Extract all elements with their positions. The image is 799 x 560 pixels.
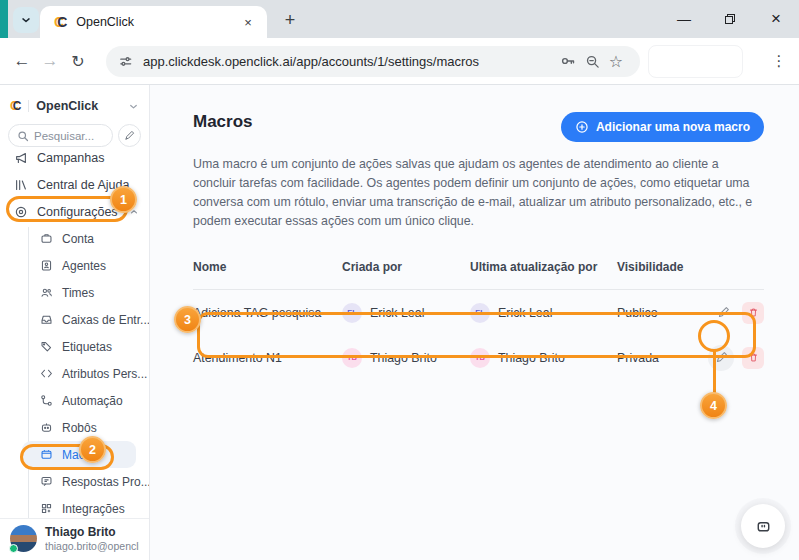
browser-tab-strip: CC OpenClick × + — ×	[0, 0, 799, 38]
column-header-ultima-atualizacao: Ultima atualização por	[470, 260, 617, 274]
delete-macro-button[interactable]	[742, 347, 764, 369]
close-window-button[interactable]: ×	[753, 0, 799, 38]
sidebar-item-central-de-ajuda[interactable]: Central de Ajuda	[0, 171, 149, 198]
tune-icon	[118, 54, 133, 69]
tab-title: OpenClick	[76, 15, 239, 29]
openclick-favicon-icon: CC	[54, 15, 67, 29]
back-button[interactable]: ←	[8, 47, 36, 75]
add-macro-label: Adicionar uma nova macro	[596, 120, 750, 134]
sidebar-item-conta[interactable]: Conta	[0, 225, 149, 252]
divider	[28, 100, 29, 112]
macros-table: Nome Criada por Ultima atualização por V…	[193, 253, 764, 380]
new-tab-button[interactable]: +	[278, 8, 302, 32]
openclick-app: CC OpenClick Campanhas	[0, 85, 799, 560]
chevron-down-icon	[128, 101, 139, 112]
sidebar-item-label: Automação	[62, 394, 123, 408]
sidebar-item-configuracoes[interactable]: Configurações	[0, 198, 149, 225]
sidebar-item-label: Atributos Pers...	[62, 367, 147, 381]
sidebar-item-respostas-prontas[interactable]: Respostas Pro...	[0, 468, 149, 495]
row-actions	[708, 302, 764, 324]
browser-toolbar: ← → ↻ app.clickdesk.openclick.ai/app/acc…	[0, 38, 799, 85]
account-icon	[40, 232, 53, 245]
url-text: app.clickdesk.openclick.ai/app/accounts/…	[143, 54, 556, 69]
sidebar-item-robos[interactable]: Robôs	[0, 414, 149, 441]
sidebar-item-label: Caixas de Entr...	[62, 313, 149, 327]
visibility-value: Publico	[617, 306, 708, 320]
created-by-name: Thiago Brito	[370, 351, 437, 365]
tab-search-button[interactable]	[13, 7, 39, 33]
chevron-down-icon	[20, 14, 32, 26]
macros-description: Uma macro é um conjunto de ações salvas …	[193, 155, 761, 231]
user-name: Thiago Brito	[45, 525, 139, 540]
close-tab-icon[interactable]: ×	[239, 13, 257, 31]
user-email: thiago.brito@openclick...	[45, 540, 139, 552]
profile-chip[interactable]	[648, 45, 743, 78]
edit-macro-button[interactable]	[712, 302, 734, 324]
search-input-wrapper[interactable]	[8, 124, 113, 147]
browser-menu-button[interactable]: ⋮	[767, 47, 791, 75]
password-key-icon[interactable]	[556, 49, 580, 73]
workspace-switcher-button[interactable]	[128, 101, 139, 112]
avatar: EL	[470, 303, 490, 323]
delete-macro-button[interactable]	[742, 302, 764, 324]
column-header-visibilidade: Visibilidade	[617, 260, 708, 274]
search-icon	[17, 130, 29, 142]
forward-button[interactable]: →	[36, 47, 64, 75]
sidebar-item-etiquetas[interactable]: Etiquetas	[0, 333, 149, 360]
reload-button[interactable]: ↻	[64, 47, 92, 75]
sidebar-item-macros[interactable]: Macros	[22, 441, 136, 468]
sidebar-item-label: Configurações	[37, 205, 118, 219]
custom-attributes-icon	[40, 367, 53, 380]
updated-by-name: Erick Leal	[498, 306, 552, 320]
settings-icon	[14, 205, 28, 219]
column-header-nome: Nome	[193, 260, 342, 274]
add-macro-button[interactable]: Adicionar uma nova macro	[561, 112, 764, 142]
bots-icon	[40, 421, 53, 434]
sidebar-item-label: Macros	[62, 448, 101, 462]
bookmark-star-icon[interactable]: ☆	[604, 49, 628, 73]
openclick-logo-icon: CC	[10, 100, 21, 112]
chat-widget-icon	[754, 517, 773, 536]
sidebar-item-campanhas[interactable]: Campanhas	[0, 153, 149, 171]
sidebar-item-caixas-de-entrada[interactable]: Caixas de Entr...	[0, 306, 149, 333]
sidebar-item-automacao[interactable]: Automação	[0, 387, 149, 414]
search-input[interactable]	[34, 130, 104, 142]
sidebar-item-label: Integrações	[62, 502, 125, 516]
browser-tab-openclick[interactable]: CC OpenClick ×	[40, 6, 267, 38]
canned-responses-icon	[40, 475, 53, 488]
macro-name: Adiciona TAG pesquisa	[193, 306, 342, 320]
labels-icon	[40, 340, 53, 353]
edit-macro-button[interactable]	[708, 345, 734, 371]
trash-icon	[748, 307, 759, 318]
restore-icon	[725, 14, 735, 24]
table-row-highlighted: Atendimento N1 TB Thiago Brito TB Thiago…	[193, 335, 764, 380]
zoom-out-icon[interactable]	[580, 49, 604, 73]
sidebar-user-footer[interactable]: Thiago Brito thiago.brito@openclick...	[0, 518, 149, 560]
row-actions	[708, 345, 764, 371]
window-controls: — ×	[661, 0, 799, 38]
visibility-value: Privada	[617, 351, 708, 365]
pencil-icon	[715, 351, 728, 364]
sidebar-item-label: Robôs	[62, 421, 97, 435]
sidebar-header: CC OpenClick	[0, 94, 149, 118]
sidebar-item-agentes[interactable]: Agentes	[0, 252, 149, 279]
restore-button[interactable]	[707, 0, 753, 38]
sidebar-item-label: Conta	[62, 232, 94, 246]
sidebar-item-integracoes[interactable]: Integrações	[0, 495, 149, 518]
avatar: TB	[342, 348, 362, 368]
updated-by-name: Thiago Brito	[498, 351, 565, 365]
integrations-icon	[40, 502, 53, 515]
avatar: EL	[342, 303, 362, 323]
help-center-icon	[14, 178, 28, 192]
pencil-icon	[124, 130, 135, 141]
compose-button[interactable]	[118, 124, 141, 147]
sidebar-item-label: Central de Ajuda	[37, 178, 129, 192]
sidebar-item-atributos-personalizados[interactable]: Atributos Pers...	[0, 360, 149, 387]
address-bar[interactable]: app.clickdesk.openclick.ai/app/accounts/…	[106, 46, 640, 77]
minimize-button[interactable]: —	[661, 0, 707, 38]
sidebar: CC OpenClick Campanhas	[0, 85, 150, 560]
automation-icon	[40, 394, 53, 407]
chat-widget-button[interactable]	[741, 504, 785, 548]
sidebar-item-times[interactable]: Times	[0, 279, 149, 306]
updated-by-cell: EL Erick Leal	[470, 303, 617, 323]
